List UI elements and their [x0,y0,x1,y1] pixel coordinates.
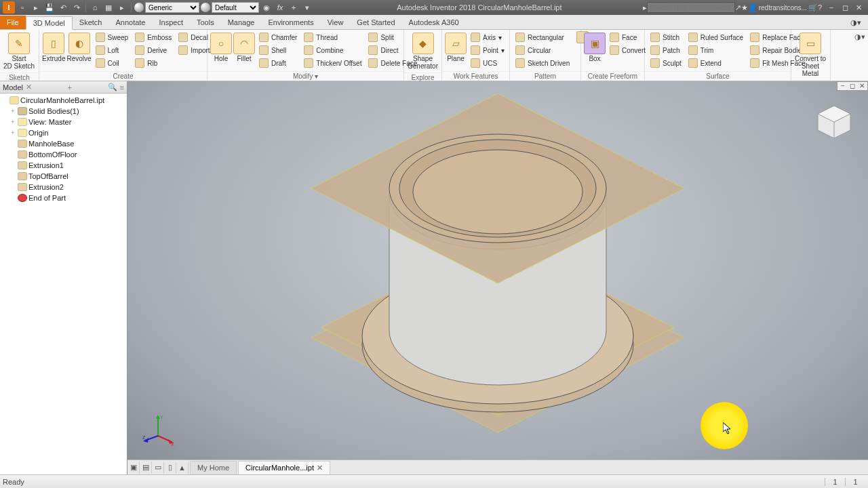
minimize-icon[interactable]: − [826,3,837,12]
plane-button[interactable]: ▱Plane [445,31,467,64]
tree-item[interactable]: +Solid Bodies(1) [0,106,127,117]
tree-item[interactable]: +Origin [0,127,127,138]
stitch-button[interactable]: Stitch [648,31,684,43]
select-icon[interactable]: ▸ [116,1,128,14]
tree-item[interactable]: TopOfBarrel [0,171,127,182]
draft-button[interactable]: Draft [256,57,300,69]
tab-getstarted[interactable]: Get Started [350,16,401,29]
browser-search-icon[interactable]: 🔍 [108,83,117,92]
panel-label-modify[interactable]: Modify ▾ [208,71,403,81]
emboss-button[interactable]: Emboss [132,31,174,43]
exchange-icon[interactable]: 🛒 [808,3,818,12]
material-sphere-icon[interactable] [134,3,144,12]
browser-close-icon[interactable]: ✕ [26,83,32,92]
vp-minimize-icon[interactable]: − [839,82,847,90]
tab-view-up-icon[interactable]: ▲ [176,462,189,474]
tree-item[interactable]: ManholeBase [0,138,127,149]
help-search-input[interactable] [647,2,735,13]
revolve-button[interactable]: ◐Revolve [66,31,91,64]
freeform-face-button[interactable]: Face [607,31,648,43]
trim-button[interactable]: Trim [686,44,746,56]
combine-button[interactable]: Combine [301,44,364,56]
fillet-button[interactable]: ◠Fillet [233,31,255,64]
undo-icon[interactable]: ↶ [57,1,69,14]
home-icon[interactable]: ⌂ [89,1,101,14]
appearance-select[interactable]: Default [212,2,259,13]
shell-button[interactable]: Shell [256,44,300,56]
thread-button[interactable]: Thread [301,31,364,43]
open-icon[interactable]: ▸ [30,1,42,14]
doctab-home[interactable]: My Home [190,461,237,474]
user-name[interactable]: redtransitcons... [757,4,808,12]
sketch-driven-button[interactable]: Sketch Driven [513,57,572,69]
close-icon[interactable]: ✕ [853,3,864,12]
tab-sketch[interactable]: Sketch [73,16,109,29]
point-button[interactable]: Point▾ [468,44,507,56]
box-button[interactable]: ▣Box [584,31,606,64]
tab-view-icon-1[interactable]: ▣ [127,462,140,474]
axis-button[interactable]: Axis▾ [468,31,507,43]
browser-tree[interactable]: CircularManholeBarrel.ipt+Solid Bodies(1… [0,94,127,205]
inventor-logo-icon[interactable]: I [3,1,15,14]
tab-environments[interactable]: Environments [261,16,320,29]
appearance-sphere-icon[interactable] [201,3,210,12]
tree-item[interactable]: Extrusion2 [0,182,127,192]
patch-button[interactable]: Patch [648,44,684,56]
sculpt-button[interactable]: Sculpt [648,57,684,69]
tab-view-icon-4[interactable]: ▯ [164,462,176,474]
vp-restore-icon[interactable]: ◻ [848,82,856,90]
qat-more-icon[interactable]: ▾ [301,1,313,14]
viewport[interactable]: − ◻ ✕ [127,81,868,460]
tab-a360[interactable]: Autodesk A360 [402,16,466,29]
add-icon[interactable]: + [288,1,300,14]
browser-menu-icon[interactable]: ≡ [120,83,124,92]
viewcube[interactable] [814,102,854,142]
tab-view-icon-3[interactable]: ▭ [152,462,164,474]
convert-sheetmetal-button[interactable]: ▭Convert to Sheet Metal [794,31,827,79]
tree-item[interactable]: BottomOfFloor [0,149,127,160]
extrude-button[interactable]: ▯Extrude [42,31,65,64]
tab-annotate[interactable]: Annotate [108,16,152,29]
ribbon-settings-icon[interactable]: ◑▾ [854,33,865,41]
file-tab[interactable]: File [0,16,26,29]
maximize-icon[interactable]: ◻ [840,3,850,12]
color-icon[interactable]: ◉ [260,1,273,14]
save-icon[interactable]: 💾 [43,1,56,14]
tab-inspect[interactable]: Inspect [153,16,190,29]
new-icon[interactable]: ▫ [16,1,28,14]
browser-add-tab-icon[interactable]: + [68,83,72,92]
doctab-current[interactable]: CircularManhole...ipt✕ [238,461,330,474]
signin-icon[interactable]: 👤 [748,3,757,12]
freeform-convert-button[interactable]: Convert [607,44,648,56]
ribbon-appearance-icon[interactable]: ◑▾ [848,16,864,29]
hole-button[interactable]: ○Hole [210,31,232,64]
tree-item[interactable]: Extrusion1 [0,160,127,171]
favorite-icon[interactable]: ★ [741,3,748,12]
tab-view-icon-2[interactable]: ▤ [140,462,152,474]
derive-button[interactable]: Derive [132,44,174,56]
shape-generator-button[interactable]: ◆Shape Generator [407,31,439,71]
ucs-button[interactable]: UCS [468,57,507,69]
tree-item[interactable]: +View: Master [0,117,127,127]
loft-button[interactable]: Loft [93,44,132,56]
circular-button[interactable]: Circular [513,44,572,56]
ruled-surface-button[interactable]: Ruled Surface [686,31,746,43]
rib-button[interactable]: Rib [132,57,174,69]
start-2d-sketch-button[interactable]: ✎Start 2D Sketch [3,31,35,71]
tab-tools[interactable]: Tools [190,16,221,29]
redo-icon[interactable]: ↷ [71,1,83,14]
chamfer-button[interactable]: Chamfer [256,31,300,43]
team-icon[interactable]: ▦ [102,1,115,14]
tree-item[interactable]: End of Part [0,192,127,203]
sweep-button[interactable]: Sweep [93,31,132,43]
tab-3dmodel[interactable]: 3D Model [26,16,73,30]
thicken-button[interactable]: Thicken/ Offset [301,57,364,69]
material-select[interactable]: Generic [145,2,199,13]
select-arrow-icon[interactable]: ↗ [735,3,741,12]
rectangular-button[interactable]: Rectangular [513,31,572,43]
tree-item[interactable]: CircularManholeBarrel.ipt [0,95,127,106]
coil-button[interactable]: Coil [93,57,132,69]
fx-icon[interactable]: fx [274,1,286,14]
doctab-close-icon[interactable]: ✕ [317,464,323,472]
extend-button[interactable]: Extend [686,57,746,69]
